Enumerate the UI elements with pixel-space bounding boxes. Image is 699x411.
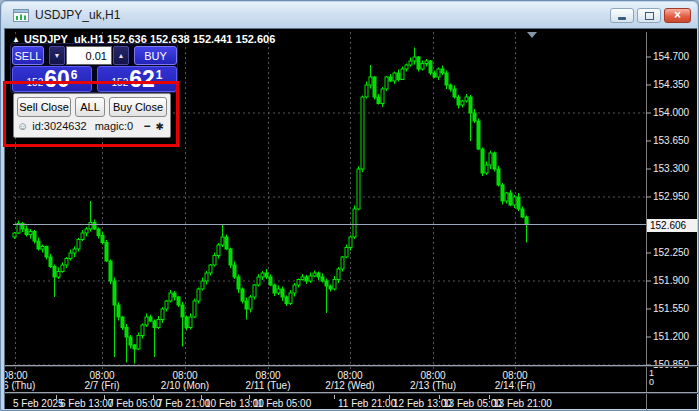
ea-magic-label: magic:0 — [95, 120, 134, 132]
time-axis-label: 11 Feb 21:00 — [338, 398, 396, 409]
price-tick-label: 153.650 — [653, 136, 699, 146]
ea-minimize-icon[interactable]: − — [144, 122, 151, 130]
subwindow-scale-bottom: 0 — [649, 378, 654, 387]
time-axis-label: 13 Feb 21:00 — [493, 398, 552, 409]
time-axis[interactable]: 5 Feb 20256 Feb 13:007 Feb 05:007 Feb 21… — [5, 395, 646, 411]
minimize-icon — [618, 17, 626, 20]
close-button[interactable]: × — [664, 8, 691, 23]
price-tick-label: 151.200 — [653, 332, 699, 342]
day-date-label: 2/11 (Tue) — [245, 380, 290, 391]
buy-price-prefix: 152 — [112, 77, 129, 88]
buy-price-display[interactable]: 152 62 1 — [97, 66, 177, 92]
mt4-chart-window: USDJPY_uk,H1 × ▲USDJPY_uk,H1 152.636 152… — [0, 0, 699, 411]
close-icon: × — [674, 9, 681, 21]
close-all-button[interactable]: ALL — [75, 97, 105, 117]
title-bar[interactable]: USDJPY_uk,H1 × — [2, 2, 697, 28]
buy-close-button[interactable]: Buy Close — [109, 97, 167, 117]
time-axis-tick — [56, 395, 57, 399]
sell-price-pip-digit: 6 — [71, 68, 78, 82]
price-tick-label: 151.550 — [653, 304, 699, 314]
sell-button[interactable]: SELL — [12, 46, 44, 65]
ea-status-icon: ☺ — [17, 120, 28, 132]
price-tick-label: 154.000 — [653, 108, 699, 118]
time-axis-label: 11 Feb 05:00 — [253, 398, 311, 409]
price-tick-label: 154.350 — [653, 80, 699, 90]
time-axis-label: 7 Feb 05:00 — [108, 398, 161, 409]
time-axis-tick — [201, 395, 202, 399]
maximize-icon — [645, 12, 654, 20]
price-tick-label: 154.700 — [653, 52, 699, 62]
day-date-label: 2/13 (Thu) — [410, 380, 456, 391]
current-price-label: 152.606 — [647, 219, 697, 232]
minimize-button[interactable] — [610, 8, 634, 23]
buy-button[interactable]: BUY — [134, 46, 177, 65]
lot-increase-button[interactable]: ▲ — [113, 46, 129, 65]
ea-settings-icon[interactable]: ✱ — [156, 121, 164, 132]
buy-price-pip-digit: 1 — [156, 68, 163, 82]
chevron-down-icon: ▼ — [54, 52, 61, 59]
time-axis-label: 5 Feb 2025 — [13, 398, 64, 409]
ea-id-label: id:3024632 — [32, 120, 86, 132]
price-tick-label: 151.900 — [653, 276, 699, 286]
time-axis-tick — [153, 395, 154, 399]
price-tick-label: 153.300 — [653, 164, 699, 174]
time-axis-tick — [439, 395, 440, 399]
time-axis-tick — [249, 395, 250, 399]
day-date-label: 2/12 (Wed) — [325, 380, 374, 391]
time-axis-label: 7 Feb 21:00 — [157, 398, 210, 409]
chart-window-icon — [13, 9, 29, 22]
sell-price-display[interactable]: 152 60 6 — [12, 66, 92, 92]
lot-decrease-button[interactable]: ▼ — [49, 46, 65, 65]
day-date-label: 2/14 (Fri) — [495, 380, 536, 391]
buy-price-big-digits: 62 — [129, 69, 155, 90]
price-tick-label: 152.950 — [653, 192, 699, 202]
day-date-label: 2/10 (Mon) — [161, 380, 209, 391]
lot-size-input[interactable] — [66, 46, 112, 65]
window-title: USDJPY_uk,H1 — [35, 8, 120, 22]
sell-close-button[interactable]: Sell Close — [17, 97, 71, 117]
day-date-label: 2/7 (Fri) — [85, 380, 120, 391]
price-tick-label: 152.250 — [653, 248, 699, 258]
time-axis-tick — [389, 395, 390, 399]
time-axis-separator[interactable] — [5, 392, 698, 394]
day-separator-subwindow: 08:002/6 (Thu)08:002/7 (Fri)08:002/10 (M… — [5, 367, 646, 392]
one-click-trading-panel: SELL ▼ ▲ BUY 152 60 6 152 62 1 — [10, 43, 178, 93]
time-axis-label: 6 Feb 13:00 — [60, 398, 113, 409]
day-date-label: 2/6 (Thu) — [5, 380, 35, 391]
ea-close-panel: Sell Close ALL Buy Close ☺ id:3024632 ma… — [13, 93, 171, 138]
sell-price-prefix: 152 — [27, 77, 44, 88]
chevron-up-icon: ▲ — [118, 52, 125, 59]
maximize-button[interactable] — [637, 8, 661, 23]
time-axis-tick — [489, 395, 490, 399]
sell-price-big-digits: 60 — [44, 69, 70, 90]
time-axis-tick — [334, 395, 335, 399]
time-axis-tick — [104, 395, 105, 399]
